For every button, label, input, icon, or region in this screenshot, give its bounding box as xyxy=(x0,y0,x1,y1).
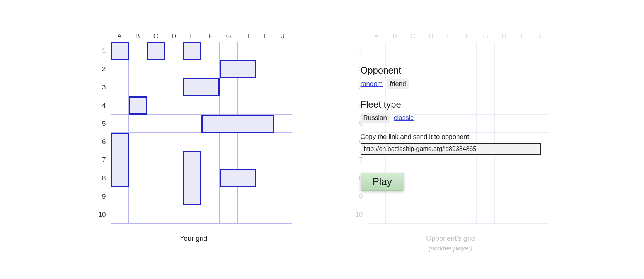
col-header-J: J xyxy=(274,31,292,42)
col-header-C: C xyxy=(147,31,165,42)
col-header-A: A xyxy=(368,31,386,42)
ship-8[interactable] xyxy=(183,151,201,205)
page: ABCDEFGHIJ12345678910 Your grid ABCDEFGH… xyxy=(0,0,644,275)
col-header-G: G xyxy=(477,31,495,42)
col-header-F: F xyxy=(458,31,477,42)
cell-A10 xyxy=(368,205,386,224)
cell-A1 xyxy=(368,42,386,60)
fleet-option-Russian[interactable]: Russian xyxy=(361,113,390,123)
cell-G1 xyxy=(477,42,495,60)
cell-D1 xyxy=(422,42,440,60)
col-header-C: C xyxy=(404,31,422,42)
share-section: Copy the link and send it to opponent: xyxy=(361,133,541,155)
cell-H1 xyxy=(495,42,513,60)
row-header-3: 3 xyxy=(95,78,111,96)
fleet-section: Fleet type Russian classic xyxy=(361,99,541,123)
opponent-grid-caption: Opponent's grid xyxy=(426,234,475,243)
cell-C1 xyxy=(404,42,422,60)
cell-B1 xyxy=(386,42,404,60)
opponent-option-friend[interactable]: friend xyxy=(387,79,409,89)
col-header-F: F xyxy=(201,31,220,42)
col-header-I: I xyxy=(256,31,274,42)
ship-9[interactable] xyxy=(220,169,256,187)
cell-F10 xyxy=(458,205,477,224)
ship-5[interactable] xyxy=(129,96,147,115)
fleet-option-classic[interactable]: classic xyxy=(394,114,414,122)
opponent-grid-section: ABCDEFGHIJ12345678910 Opponent random fr… xyxy=(352,31,549,252)
ship-2[interactable] xyxy=(183,42,201,60)
col-header-H: H xyxy=(495,31,513,42)
opponent-grid-subcaption: (another player) xyxy=(429,245,472,252)
row-header-6: 6 xyxy=(95,133,111,151)
col-header-J: J xyxy=(531,31,549,42)
fleet-title: Fleet type xyxy=(361,99,541,110)
copy-link-label: Copy the link and send it to opponent: xyxy=(361,133,541,141)
col-header-B: B xyxy=(386,31,404,42)
col-header-A: A xyxy=(111,31,129,42)
ship-1[interactable] xyxy=(147,42,165,60)
setup-panel: Opponent random friend Fleet type Russia… xyxy=(361,65,541,191)
opponent-title: Opponent xyxy=(361,65,541,76)
game-url-input[interactable] xyxy=(361,143,541,155)
ship-6[interactable] xyxy=(201,115,274,133)
row-header-1: 1 xyxy=(352,42,368,60)
col-header-E: E xyxy=(183,31,201,42)
cell-B10 xyxy=(386,205,404,224)
your-grid-section: ABCDEFGHIJ12345678910 Your grid xyxy=(95,31,292,252)
row-header-10: 10 xyxy=(95,205,111,224)
opponent-option-random[interactable]: random xyxy=(361,80,383,87)
row-header-1: 1 xyxy=(95,42,111,60)
cell-H10 xyxy=(495,205,513,224)
cell-J1 xyxy=(531,42,549,60)
ships-layer[interactable] xyxy=(111,42,292,224)
col-header-D: D xyxy=(165,31,183,42)
opponent-section: Opponent random friend xyxy=(361,65,541,89)
row-header-4: 4 xyxy=(95,96,111,115)
row-header-7: 7 xyxy=(95,151,111,169)
col-header-B: B xyxy=(129,31,147,42)
cell-G10 xyxy=(477,205,495,224)
your-grid-caption: Your grid xyxy=(180,234,207,243)
cell-E1 xyxy=(440,42,458,60)
cell-C10 xyxy=(404,205,422,224)
fleet-options: Russian classic xyxy=(361,113,541,123)
opponent-options: random friend xyxy=(361,79,541,89)
col-header-G: G xyxy=(220,31,238,42)
col-header-H: H xyxy=(238,31,256,42)
row-header-8: 8 xyxy=(95,169,111,187)
ship-0[interactable] xyxy=(111,42,129,60)
row-header-5: 5 xyxy=(95,115,111,133)
row-header-9: 9 xyxy=(95,187,111,205)
col-header-E: E xyxy=(440,31,458,42)
ship-3[interactable] xyxy=(220,60,256,78)
cell-I1 xyxy=(513,42,531,60)
ship-4[interactable] xyxy=(183,78,220,96)
cell-I10 xyxy=(513,205,531,224)
col-header-I: I xyxy=(513,31,531,42)
cell-F1 xyxy=(458,42,477,60)
col-header-D: D xyxy=(422,31,440,42)
row-header-10: 10 xyxy=(352,205,368,224)
cell-J10 xyxy=(531,205,549,224)
cell-E10 xyxy=(440,205,458,224)
play-button[interactable]: Play xyxy=(361,173,404,191)
cell-D10 xyxy=(422,205,440,224)
row-header-2: 2 xyxy=(95,60,111,78)
ship-7[interactable] xyxy=(111,133,129,187)
